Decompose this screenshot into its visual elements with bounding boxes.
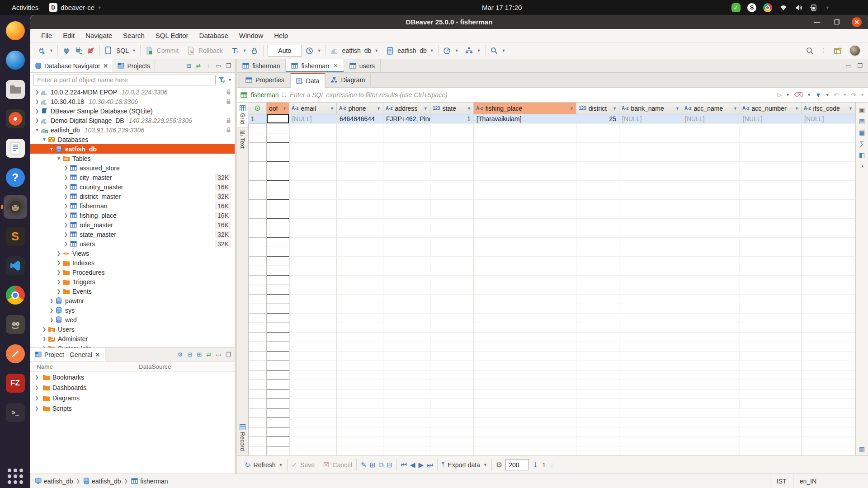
empty-row[interactable] <box>248 266 855 276</box>
cell-email[interactable]: [NULL] <box>289 114 337 124</box>
empty-cell[interactable] <box>474 418 576 427</box>
empty-cell[interactable] <box>267 162 289 171</box>
tree-item-assured-store[interactable]: ❯assured_store <box>30 163 235 173</box>
empty-cell[interactable] <box>474 200 576 209</box>
empty-cell[interactable] <box>267 152 289 162</box>
chevron-right-icon[interactable]: ❯ <box>56 260 62 265</box>
chevron-right-icon[interactable]: ❯ <box>63 241 69 246</box>
empty-cell[interactable] <box>740 190 802 200</box>
empty-cell[interactable] <box>430 399 474 408</box>
empty-cell[interactable] <box>474 304 576 314</box>
sort-menu-icon[interactable]: ▼ <box>733 106 737 111</box>
empty-cell[interactable] <box>619 427 682 437</box>
chevron-right-icon[interactable]: ❯ <box>48 298 55 303</box>
empty-cell[interactable] <box>802 219 855 228</box>
empty-cell[interactable] <box>430 181 474 190</box>
empty-cell[interactable] <box>289 143 337 152</box>
delete-row-icon[interactable]: ⊟ <box>387 461 392 469</box>
empty-cell[interactable] <box>682 427 740 437</box>
cell-ifsc_code[interactable]: [NULL] <box>802 114 855 124</box>
sort-menu-icon[interactable]: ▼ <box>613 106 617 111</box>
empty-cell[interactable] <box>576 238 619 247</box>
empty-cell[interactable] <box>576 181 619 190</box>
refresh-button[interactable]: Refresh <box>254 461 276 469</box>
empty-cell[interactable] <box>682 257 740 266</box>
empty-cell[interactable] <box>740 418 802 427</box>
column-header-address[interactable]: A-zaddress▼ <box>383 103 430 114</box>
empty-cell[interactable] <box>576 437 619 446</box>
empty-cell[interactable] <box>682 295 740 304</box>
empty-cell[interactable] <box>430 247 474 257</box>
empty-cell[interactable] <box>576 247 619 257</box>
empty-cell[interactable] <box>740 162 802 171</box>
empty-cell[interactable] <box>619 437 682 446</box>
activities-button[interactable]: Activities <box>9 0 41 15</box>
empty-cell[interactable] <box>430 371 474 380</box>
cell-bank_name[interactable]: [NULL] <box>619 114 682 124</box>
empty-cell[interactable] <box>576 171 619 181</box>
chevron-down-icon[interactable]: ▼ <box>49 48 53 53</box>
empty-cell[interactable] <box>430 427 474 437</box>
empty-cell[interactable] <box>619 408 682 418</box>
empty-cell[interactable] <box>802 437 855 446</box>
tree-item-triggers[interactable]: ❯Triggers <box>30 277 235 286</box>
tree-item-10-30-40-18[interactable]: ❯10.30.40.1810.30.40.18:3306 <box>30 97 235 106</box>
empty-cell[interactable] <box>383 266 430 276</box>
empty-row[interactable] <box>248 361 855 371</box>
empty-cell[interactable] <box>619 190 682 200</box>
empty-cell[interactable] <box>740 247 802 257</box>
empty-cell[interactable] <box>337 342 383 352</box>
empty-cell[interactable] <box>802 380 855 389</box>
empty-cell[interactable] <box>740 257 802 266</box>
empty-cell[interactable] <box>576 295 619 304</box>
empty-cell[interactable] <box>337 247 383 257</box>
empty-cell[interactable] <box>619 352 682 361</box>
breadcrumb-eatfish_db[interactable]: eatfish_db <box>83 478 121 485</box>
empty-cell[interactable] <box>430 276 474 285</box>
empty-cell[interactable] <box>267 408 289 418</box>
empty-cell[interactable] <box>802 124 855 133</box>
empty-cell[interactable] <box>802 257 855 266</box>
empty-cell[interactable] <box>289 171 337 181</box>
dock-item-thunderbird[interactable] <box>4 48 27 72</box>
sort-menu-icon[interactable]: ▼ <box>424 106 428 111</box>
next-row-icon[interactable]: ▶ <box>419 461 424 469</box>
chevron-right-icon[interactable]: ❯ <box>34 118 40 123</box>
empty-cell[interactable] <box>740 133 802 143</box>
empty-row[interactable] <box>248 228 855 238</box>
previous-row-icon[interactable]: ◀ <box>410 461 415 469</box>
empty-cell[interactable] <box>337 418 383 427</box>
empty-cell[interactable] <box>576 162 619 171</box>
cell-district[interactable]: 25 <box>576 114 619 124</box>
empty-cell[interactable] <box>267 333 289 342</box>
metadata-panel-icon[interactable]: ◧ <box>859 151 865 159</box>
empty-cell[interactable] <box>682 152 740 162</box>
empty-cell[interactable] <box>289 314 337 323</box>
empty-cell[interactable] <box>619 133 682 143</box>
chevron-down-icon[interactable]: ▼ <box>48 146 55 151</box>
empty-row[interactable] <box>248 314 855 323</box>
empty-cell[interactable] <box>474 171 576 181</box>
tree-item-eatfish-db[interactable]: ▼eatfish_db103.91.186.239:3306 <box>30 125 235 135</box>
empty-cell[interactable] <box>267 437 289 446</box>
cell-state[interactable]: 1 <box>430 114 474 124</box>
empty-cell[interactable] <box>289 200 337 209</box>
empty-cell[interactable] <box>576 446 619 455</box>
empty-cell[interactable] <box>267 352 289 361</box>
empty-cell[interactable] <box>430 380 474 389</box>
empty-cell[interactable] <box>383 427 430 437</box>
empty-cell[interactable] <box>802 133 855 143</box>
connection-selector[interactable]: eatfish_db <box>342 47 372 54</box>
subtab-properties[interactable]: Properties <box>240 73 290 87</box>
empty-cell[interactable] <box>619 276 682 285</box>
empty-cell[interactable] <box>740 285 802 295</box>
chevron-down-icon[interactable]: ▼ <box>826 93 830 97</box>
empty-cell[interactable] <box>619 257 682 266</box>
sql-editor-label[interactable]: SQL <box>116 47 129 54</box>
empty-cell[interactable] <box>576 276 619 285</box>
empty-cell[interactable] <box>802 285 855 295</box>
close-tab-icon[interactable]: ✕ <box>333 62 338 69</box>
chevron-right-icon[interactable]: ❯ <box>34 89 40 94</box>
empty-cell[interactable] <box>576 380 619 389</box>
cell-acc_name[interactable]: [NULL] <box>682 114 740 124</box>
